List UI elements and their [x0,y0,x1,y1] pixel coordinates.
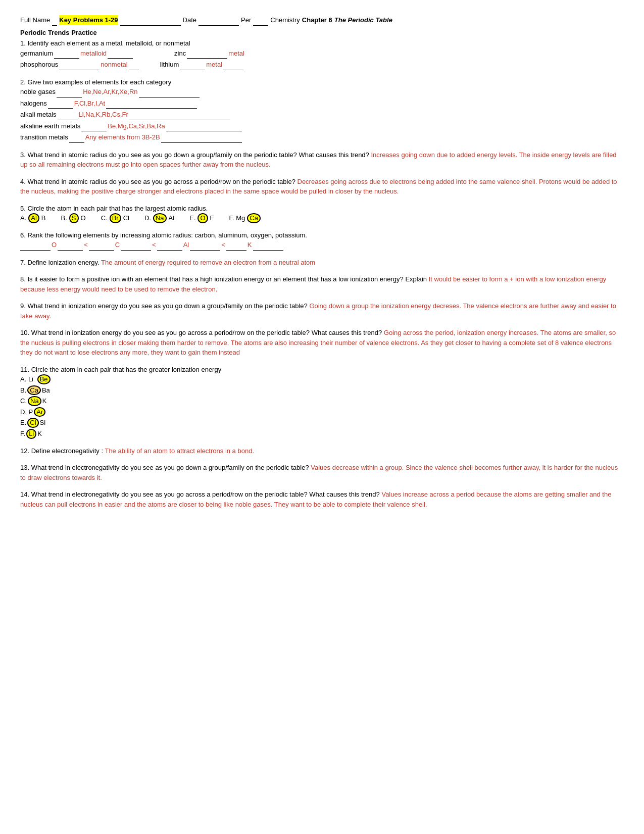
q2-transition-row: transition metals Any elements from 3B-2… [20,132,624,143]
q13-question: 13. What trend in electronegativity do y… [20,464,309,471]
q6-blank7 [226,240,246,251]
q1-phosphorous-answer: nonmetal [101,60,127,70]
q6-blank3 [89,240,114,251]
q1-zinc-label: zinc [174,48,186,59]
q11-f-li: Li [26,429,36,439]
q2-alkaline-blank2 [166,121,242,132]
q1-lithium-label: lithium [160,60,179,70]
question-1: 1. Identify each element as a metal, met… [20,38,624,70]
q2-noble-label: noble gases [20,87,56,97]
q11-text: 11. Circle the atom in each pair that ha… [20,365,624,375]
q2-transition-answer: Any elements from 3B-2B [85,132,160,142]
q2-halogens-label: halogens [20,99,47,109]
question-9: 9. What trend in ionization energy do yo… [20,301,624,321]
q5-c-cl: Cl [123,213,129,223]
name-blank-pre [52,15,57,26]
q7-answer: The amount of energy required to remove … [101,259,315,266]
q1-phosphorous-blank [59,60,100,70]
q5-d-al: Al [169,213,175,223]
q12-answer: The ability of an atom to attract electr… [105,447,254,455]
question-3: 3. What trend in atomic radius do you se… [20,150,624,170]
q2-noble-row: noble gases He,Ne,Ar,Kr,Xe,Rn [20,87,624,97]
q11-d-ar: Ar [34,407,45,417]
q1-phosphorous-label: phosphorous [20,60,58,70]
q5-text: 5. Circle the atom in each pair that has… [20,204,624,214]
name-value: Key Problems 1-29 [59,15,118,25]
q1-germanium-row: germanium metalloid zinc metal [20,48,624,59]
q11-b-ca: Ca [27,385,41,396]
q1-zinc-answer: metal [228,48,244,59]
q6-blank5 [157,240,182,251]
q4-question: 4. What trend in atomic radius do you se… [20,178,295,185]
q5-e-f: F [210,213,214,223]
q2-alkaline-answer: Be,Mg,Ca,Sr,Ba,Ra [108,121,165,131]
q1-lithium-blank2 [223,60,243,70]
q2-transition-blank1 [69,132,84,143]
q5-d-label: D. [144,213,151,223]
q5-d-na: Na [153,213,167,223]
q11-pair-e: E. Cl Si [20,418,624,428]
q12-question: 12. Define electronegativity : [20,447,103,455]
q6-lt1: < [84,240,88,250]
q6-o: O [52,240,57,250]
question-12: 12. Define electronegativity : The abili… [20,446,624,456]
q5-b-label: B. [61,213,67,223]
q9-question: 9. What trend in ionization energy do yo… [20,302,308,310]
q2-noble-blank1 [57,87,82,97]
q2-halogens-blank1 [48,99,73,109]
question-2: 2. Give two examples of elements for eac… [20,77,624,143]
q11-e-label: E. [20,418,26,428]
chapter-title: The Periodic Table [334,15,392,25]
q5-pair-b: B. S O [61,213,86,223]
q11-pair-c: C. Na K [20,396,624,406]
question-11: 11. Circle the atom in each pair that ha… [20,365,624,439]
q1-germanium-blank1 [54,48,79,59]
q6-blank1 [20,240,51,251]
q2-alkali-row: alkali metals Li,Na,K,Rb,Cs,Fr [20,110,624,120]
question-10: 10. What trend in ionization energy do y… [20,328,624,358]
chemistry-label: Chemistry [270,15,300,25]
q6-lt2: < [152,240,156,250]
full-name-label: Full Name [20,15,50,25]
q1-lithium-answer: metal [206,60,222,70]
q11-e-cl: Cl [27,418,38,428]
q2-noble-blank2 [139,87,200,97]
question-14: 14. What trend in electronegativity do y… [20,489,624,509]
q5-e-o: O [197,213,208,223]
q11-e-si: Si [40,418,46,428]
question-6: 6. Rank the following elements by increa… [20,230,624,251]
q5-a-al: Al [28,213,39,223]
q8-question: 8. Is it easier to form a positive ion w… [20,275,427,283]
section-title: Periodic Trends Practice [20,28,624,38]
q2-alkaline-label: alkaline earth metals [20,121,80,131]
q11-pair-a: A. Li Be [20,374,624,384]
q6-c: C [115,240,120,250]
q14-question: 14. What trend in electronegativity do y… [20,490,380,498]
q5-pair-e: E. O F [189,213,214,223]
q11-c-na: Na [28,396,41,406]
q11-b-ba: Ba [42,385,50,396]
q11-c-k: K [42,396,47,406]
q11-c-label: C. [20,396,27,406]
q6-text: 6. Rank the following elements by increa… [20,230,624,240]
q1-text: 1. Identify each element as a metal, met… [20,38,624,48]
q11-a-label: A. Li [20,374,33,384]
question-13: 13. What trend in electronegativity do y… [20,463,624,482]
q11-f-k: K [37,429,42,439]
q6-k: K [247,240,252,250]
q11-b-label: B. [20,385,26,396]
date-blank [199,15,239,26]
q2-halogens-row: halogens F,Cl,Br,I,At [20,99,624,109]
q6-blank8 [253,240,283,251]
q6-al: Al [183,240,189,250]
q6-blank2 [58,240,83,251]
q5-e-label: E. [189,213,195,223]
q2-text: 2. Give two examples of elements for eac… [20,77,624,87]
q2-halogens-blank2 [106,99,197,109]
q6-blank4 [121,240,151,251]
q1-germanium-label: germanium [20,48,53,59]
q11-f-label: F. [20,429,25,439]
q3-question: 3. What trend in atomic radius do you se… [20,151,369,159]
q2-transition-label: transition metals [20,132,68,142]
q5-a-b: B [41,213,46,223]
